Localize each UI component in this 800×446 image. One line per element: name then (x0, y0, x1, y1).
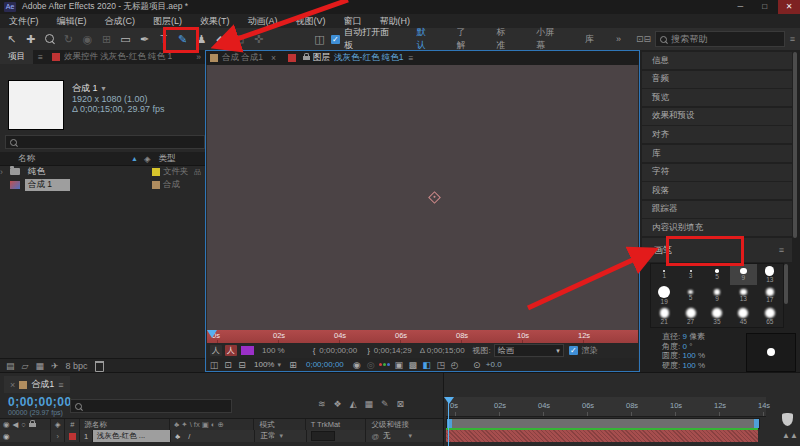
sidebar-tab-6[interactable]: 字符 (642, 164, 792, 181)
secondary-viewer-icon[interactable]: ⊟ (235, 360, 249, 370)
menu-item[interactable]: 动画(A) (248, 15, 278, 28)
brush-preset-21[interactable]: 21 (651, 306, 677, 327)
roi-icon[interactable]: ▣ (392, 360, 406, 370)
label-color-swatch[interactable] (152, 168, 160, 176)
sort-arrow-icon[interactable]: ▲ (131, 155, 138, 162)
brush-preset-1[interactable]: 1 (651, 264, 677, 285)
trash-icon[interactable] (95, 361, 104, 372)
trkmat-cell[interactable] (307, 430, 367, 442)
monitor-icon[interactable]: ⊡ (221, 360, 235, 370)
menu-item[interactable]: 图层(L) (153, 15, 182, 28)
name-column-header[interactable]: 名称 (18, 153, 35, 165)
parent-column-header[interactable]: 父级和链接 (366, 419, 443, 430)
camera-tool[interactable]: ◉ (78, 30, 97, 48)
tab-effect-controls[interactable]: 效果控件 浅灰色-红色 纯色 1 (64, 51, 172, 63)
project-row[interactable]: ›纯色文件夹品 (0, 165, 205, 178)
layer-row[interactable]: ◉ › 1 浅灰色-红色 ... ♣ / 正常 ▾ @ 无 ▾ (0, 430, 443, 442)
project-footer-icon[interactable]: ✈ (51, 361, 59, 371)
sidebar-tab-9[interactable]: 内容识别填充 (642, 219, 792, 236)
sidebar-tab-5[interactable]: 库 (642, 145, 792, 162)
brush-preset-9[interactable]: 9 (704, 285, 730, 306)
brush-preset-13[interactable]: 13 (730, 285, 756, 306)
brush-preset-9[interactable]: 9 (730, 264, 756, 285)
timeline-tab[interactable]: × 合成1 ≡ (4, 376, 70, 393)
workspace-item[interactable]: 了解 (457, 26, 475, 52)
sidebar-tab-1[interactable]: 音频 (642, 71, 792, 88)
eraser-tool[interactable]: ◆ (211, 30, 230, 48)
sidebar-tab-4[interactable]: 对齐 (642, 126, 792, 143)
close-button[interactable]: ✕ (778, 0, 800, 14)
brush-preset-5[interactable]: 5 (704, 264, 730, 285)
tab-layer-prefix[interactable]: 图层 (313, 52, 330, 64)
paint-opacity[interactable]: 100 % (262, 346, 285, 355)
solo-column-icon[interactable]: ○ (21, 420, 26, 429)
view-mode-icon[interactable]: ◧ (420, 360, 434, 370)
mode-column-header[interactable]: 模式 (254, 419, 305, 430)
eye-column-icon[interactable]: ◉ (3, 420, 10, 429)
channels-icon[interactable] (378, 363, 392, 366)
pen-tool[interactable]: ✒ (135, 30, 154, 48)
view-layout-icon[interactable]: ◫ (207, 360, 221, 370)
label-column-icon[interactable]: ◈ (144, 154, 151, 164)
pixel-aspect-icon[interactable]: ◳ (434, 360, 448, 370)
in-time[interactable]: 0;00;00;00 (319, 346, 357, 355)
layer-canvas[interactable] (207, 65, 638, 330)
mask-tool[interactable]: ▭ (116, 30, 135, 48)
workspace-item[interactable]: 标准 (496, 26, 514, 52)
tab-composition[interactable]: 合成 合成1 (222, 52, 263, 64)
grid-guides-icon[interactable]: ⊞ (286, 360, 300, 370)
menu-item[interactable]: 编辑(E) (57, 15, 87, 28)
sidebar-tab-2[interactable]: 预览 (642, 89, 792, 106)
brush-prop[interactable]: 角度: 0 ° (662, 342, 705, 352)
selection-tool[interactable]: ↖ (2, 30, 21, 48)
switches-column-icons[interactable]: ♣ ✦ \ fx ▣ ◐ ⊕ (170, 419, 254, 430)
composition-flowchart-icon[interactable]: ≋ (318, 399, 326, 409)
frame-blend-icon[interactable]: ▦ (365, 399, 374, 409)
sidebar-tab-8[interactable]: 跟踪器 (642, 201, 792, 218)
label-column-icon[interactable]: ◈ (51, 419, 65, 430)
roto-brush-tool[interactable]: ❏ (230, 30, 249, 48)
brush-tool[interactable]: ✎ (173, 30, 192, 48)
brush-prop[interactable]: 圆度: 100 % (662, 351, 705, 361)
viewer-timecode[interactable]: 0;00;00;00 (306, 360, 344, 369)
transparency-grid-icon[interactable]: ▩ (406, 360, 420, 370)
menu-item[interactable]: 视图(V) (296, 15, 326, 28)
zoom-select[interactable]: 100% ▾ (251, 360, 284, 369)
layer-eye-icon[interactable]: ◉ (0, 430, 51, 442)
brush-preset-65[interactable]: 65 (757, 306, 783, 327)
draft3d-icon[interactable]: ❖ (334, 399, 342, 409)
label-color-swatch[interactable] (152, 181, 160, 189)
parent-select[interactable]: @ 无 ▾ (366, 430, 443, 442)
sidebar-tab-3[interactable]: 效果和预设 (642, 108, 792, 125)
workspace-item[interactable]: 小屏幕 (536, 26, 563, 52)
minimize-button[interactable]: ─ (729, 0, 751, 14)
out-brace-icon[interactable]: } (367, 346, 370, 355)
exposure-icon[interactable]: ⊙ (470, 360, 484, 370)
exposure-value[interactable]: +0.0 (486, 360, 502, 369)
graph-editor-icon[interactable]: ⊠ (397, 399, 405, 409)
quality-switch-icon[interactable]: / (188, 432, 190, 441)
type-column-header[interactable]: 类型 (158, 153, 175, 165)
project-item-name[interactable]: 合成 1 (25, 179, 70, 191)
in-brace-icon[interactable]: { (313, 346, 316, 355)
brush-preset-13[interactable]: 13 (757, 264, 783, 285)
menu-item[interactable]: 文件(F) (9, 15, 39, 28)
bit-depth-button[interactable]: 8 bpc (66, 361, 88, 371)
lock-icon[interactable] (303, 56, 310, 60)
project-tab-overflow[interactable]: » (196, 52, 201, 62)
rotate-tool[interactable]: ↻ (59, 30, 78, 48)
pickwhip-icon[interactable]: @ (371, 432, 379, 441)
menu-item[interactable]: 合成(C) (105, 15, 136, 28)
tab-layer-name[interactable]: 浅灰色-红色 纯色1 (334, 52, 403, 64)
tab-close-icon[interactable]: × (271, 53, 276, 63)
tab-close-icon[interactable]: × (10, 380, 15, 390)
brush-prop[interactable]: 硬度: 100 % (662, 361, 705, 371)
brush-preset-27[interactable]: 27 (677, 306, 703, 327)
workspace-item[interactable]: 库 (585, 33, 594, 46)
motion-blur-icon[interactable]: ✎ (381, 399, 389, 409)
project-footer-icon[interactable]: ▦ (35, 361, 44, 371)
brush-grid-scrollbar[interactable] (784, 264, 788, 304)
playhead-handle[interactable] (444, 397, 454, 404)
project-item-name[interactable]: 纯色 (25, 166, 63, 178)
clone-stamp-tool[interactable]: ♟ (192, 30, 211, 48)
